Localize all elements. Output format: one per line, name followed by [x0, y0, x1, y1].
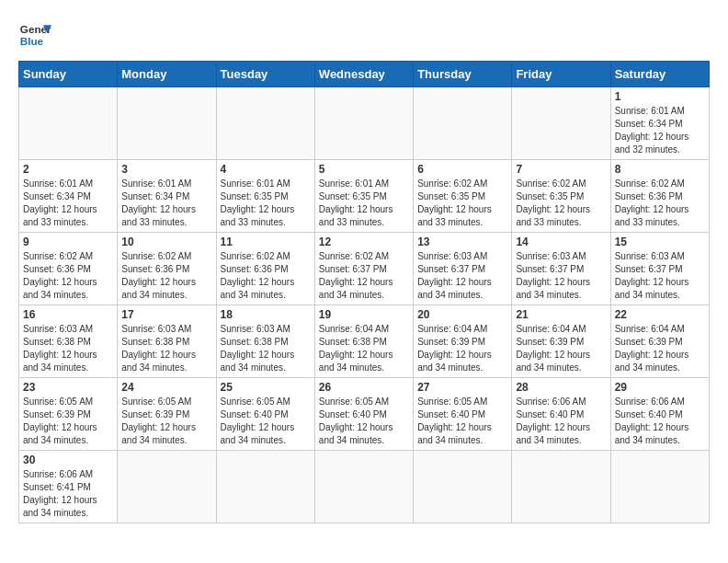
day-number: 7 [516, 163, 606, 176]
day-info: Sunrise: 6:05 AM Sunset: 6:39 PM Dayligh… [121, 396, 211, 447]
calendar-cell: 25Sunrise: 6:05 AM Sunset: 6:40 PM Dayli… [216, 378, 314, 451]
day-number: 16 [23, 308, 113, 321]
day-info: Sunrise: 6:03 AM Sunset: 6:37 PM Dayligh… [615, 250, 705, 302]
day-info: Sunrise: 6:06 AM Sunset: 6:40 PM Dayligh… [516, 396, 606, 447]
calendar-cell: 6Sunrise: 6:02 AM Sunset: 6:35 PM Daylig… [414, 160, 512, 233]
calendar-cell [118, 87, 216, 160]
day-number: 14 [516, 236, 606, 248]
day-number: 17 [121, 308, 211, 321]
day-info: Sunrise: 6:04 AM Sunset: 6:39 PM Dayligh… [516, 323, 606, 374]
day-number: 18 [221, 308, 311, 321]
calendar-cell: 12Sunrise: 6:02 AM Sunset: 6:37 PM Dayli… [314, 233, 413, 305]
calendar-cell [414, 87, 512, 160]
day-info: Sunrise: 6:01 AM Sunset: 6:34 PM Dayligh… [121, 178, 211, 229]
day-number: 26 [319, 381, 409, 394]
col-header-tuesday: Tuesday [216, 62, 314, 87]
day-info: Sunrise: 6:01 AM Sunset: 6:35 PM Dayligh… [221, 178, 311, 229]
day-number: 8 [615, 163, 705, 176]
calendar-cell: 18Sunrise: 6:03 AM Sunset: 6:38 PM Dayli… [216, 305, 314, 378]
day-number: 20 [417, 308, 507, 321]
logo-icon: General Blue [18, 18, 51, 52]
calendar-cell: 7Sunrise: 6:02 AM Sunset: 6:35 PM Daylig… [512, 160, 610, 233]
calendar-cell: 15Sunrise: 6:03 AM Sunset: 6:37 PM Dayli… [610, 233, 709, 305]
calendar-cell: 17Sunrise: 6:03 AM Sunset: 6:38 PM Dayli… [118, 305, 216, 378]
calendar-week-row: 30Sunrise: 6:06 AM Sunset: 6:41 PM Dayli… [19, 451, 710, 523]
day-info: Sunrise: 6:03 AM Sunset: 6:37 PM Dayligh… [417, 250, 507, 302]
day-info: Sunrise: 6:03 AM Sunset: 6:38 PM Dayligh… [221, 323, 311, 374]
calendar-week-row: 2Sunrise: 6:01 AM Sunset: 6:34 PM Daylig… [19, 160, 710, 233]
calendar-cell: 8Sunrise: 6:02 AM Sunset: 6:36 PM Daylig… [610, 160, 709, 233]
day-info: Sunrise: 6:02 AM Sunset: 6:36 PM Dayligh… [121, 250, 211, 302]
day-info: Sunrise: 6:01 AM Sunset: 6:34 PM Dayligh… [23, 178, 113, 229]
day-number: 11 [221, 236, 311, 248]
day-info: Sunrise: 6:05 AM Sunset: 6:39 PM Dayligh… [23, 396, 113, 447]
col-header-friday: Friday [512, 62, 610, 87]
calendar-cell: 19Sunrise: 6:04 AM Sunset: 6:38 PM Dayli… [314, 305, 413, 378]
day-info: Sunrise: 6:02 AM Sunset: 6:36 PM Dayligh… [615, 178, 705, 229]
day-number: 13 [417, 236, 507, 248]
day-info: Sunrise: 6:06 AM Sunset: 6:41 PM Dayligh… [23, 468, 113, 520]
calendar-cell [512, 451, 610, 523]
day-number: 5 [319, 163, 409, 176]
day-number: 4 [221, 163, 311, 176]
day-number: 6 [417, 163, 507, 176]
day-number: 25 [221, 381, 311, 394]
calendar-cell: 11Sunrise: 6:02 AM Sunset: 6:36 PM Dayli… [216, 233, 314, 305]
col-header-saturday: Saturday [610, 62, 709, 87]
calendar-cell: 21Sunrise: 6:04 AM Sunset: 6:39 PM Dayli… [512, 305, 610, 378]
day-number: 12 [319, 236, 409, 248]
calendar-cell: 13Sunrise: 6:03 AM Sunset: 6:37 PM Dayli… [414, 233, 512, 305]
day-info: Sunrise: 6:04 AM Sunset: 6:39 PM Dayligh… [417, 323, 507, 374]
calendar-cell: 30Sunrise: 6:06 AM Sunset: 6:41 PM Dayli… [19, 451, 118, 523]
day-number: 15 [615, 236, 705, 248]
day-number: 1 [615, 90, 705, 103]
calendar-cell: 14Sunrise: 6:03 AM Sunset: 6:37 PM Dayli… [512, 233, 610, 305]
calendar-cell [216, 87, 314, 160]
calendar-cell: 28Sunrise: 6:06 AM Sunset: 6:40 PM Dayli… [512, 378, 610, 451]
calendar-cell [610, 451, 709, 523]
day-number: 30 [23, 454, 113, 466]
day-number: 10 [121, 236, 211, 248]
calendar-cell: 9Sunrise: 6:02 AM Sunset: 6:36 PM Daylig… [19, 233, 118, 305]
calendar-header-row: SundayMondayTuesdayWednesdayThursdayFrid… [19, 62, 710, 87]
day-number: 29 [615, 381, 705, 394]
col-header-thursday: Thursday [414, 62, 512, 87]
day-info: Sunrise: 6:04 AM Sunset: 6:39 PM Dayligh… [615, 323, 705, 374]
day-info: Sunrise: 6:03 AM Sunset: 6:38 PM Dayligh… [121, 323, 211, 374]
calendar-cell: 4Sunrise: 6:01 AM Sunset: 6:35 PM Daylig… [216, 160, 314, 233]
calendar-table: SundayMondayTuesdayWednesdayThursdayFrid… [18, 61, 710, 523]
day-info: Sunrise: 6:05 AM Sunset: 6:40 PM Dayligh… [417, 396, 507, 447]
page-header: General Blue [18, 18, 710, 52]
day-info: Sunrise: 6:01 AM Sunset: 6:34 PM Dayligh… [615, 105, 705, 156]
calendar-cell: 1Sunrise: 6:01 AM Sunset: 6:34 PM Daylig… [610, 87, 709, 160]
calendar-cell: 10Sunrise: 6:02 AM Sunset: 6:36 PM Dayli… [118, 233, 216, 305]
day-number: 24 [121, 381, 211, 394]
day-info: Sunrise: 6:02 AM Sunset: 6:37 PM Dayligh… [319, 250, 409, 302]
day-info: Sunrise: 6:03 AM Sunset: 6:38 PM Dayligh… [23, 323, 113, 374]
day-info: Sunrise: 6:06 AM Sunset: 6:40 PM Dayligh… [615, 396, 705, 447]
calendar-cell [512, 87, 610, 160]
day-number: 28 [516, 381, 606, 394]
calendar-cell: 27Sunrise: 6:05 AM Sunset: 6:40 PM Dayli… [414, 378, 512, 451]
day-info: Sunrise: 6:05 AM Sunset: 6:40 PM Dayligh… [319, 396, 409, 447]
day-info: Sunrise: 6:04 AM Sunset: 6:38 PM Dayligh… [319, 323, 409, 374]
calendar-cell [314, 87, 413, 160]
day-number: 22 [615, 308, 705, 321]
calendar-cell: 24Sunrise: 6:05 AM Sunset: 6:39 PM Dayli… [118, 378, 216, 451]
day-number: 27 [417, 381, 507, 394]
day-number: 2 [23, 163, 113, 176]
day-number: 23 [23, 381, 113, 394]
svg-text:Blue: Blue [20, 35, 44, 47]
calendar-week-row: 16Sunrise: 6:03 AM Sunset: 6:38 PM Dayli… [19, 305, 710, 378]
day-info: Sunrise: 6:01 AM Sunset: 6:35 PM Dayligh… [319, 178, 409, 229]
day-number: 21 [516, 308, 606, 321]
calendar-cell: 20Sunrise: 6:04 AM Sunset: 6:39 PM Dayli… [414, 305, 512, 378]
col-header-wednesday: Wednesday [314, 62, 413, 87]
day-number: 9 [23, 236, 113, 248]
day-number: 19 [319, 308, 409, 321]
calendar-cell [216, 451, 314, 523]
calendar-cell: 2Sunrise: 6:01 AM Sunset: 6:34 PM Daylig… [19, 160, 118, 233]
calendar-cell: 5Sunrise: 6:01 AM Sunset: 6:35 PM Daylig… [314, 160, 413, 233]
logo: General Blue [18, 18, 51, 52]
calendar-week-row: 23Sunrise: 6:05 AM Sunset: 6:39 PM Dayli… [19, 378, 710, 451]
